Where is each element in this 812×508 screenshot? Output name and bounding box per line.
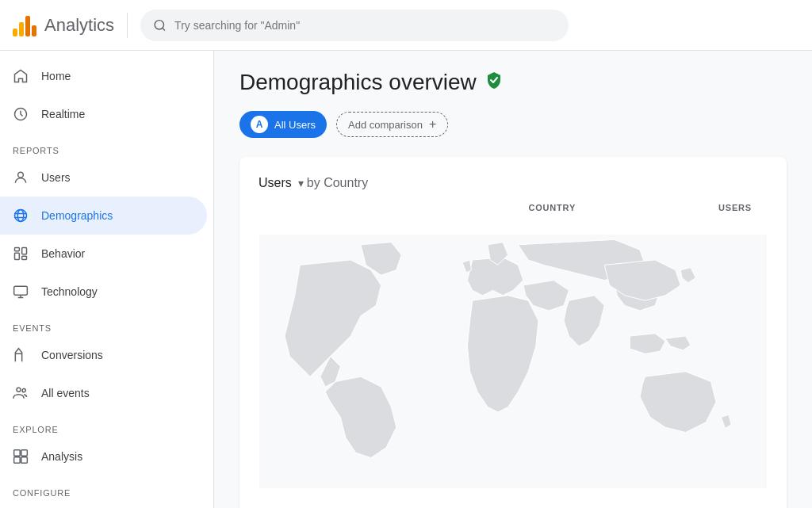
app-container: Analytics Home Realtime: [0, 0, 812, 508]
svg-rect-20: [21, 457, 28, 464]
logo-bar-3: [25, 16, 30, 36]
sidebar-item-all-events-label: All events: [41, 387, 90, 399]
sidebar-item-demographics-label: Demographics: [41, 209, 113, 222]
world-map-svg: [259, 235, 768, 488]
sidebar-item-technology-label: Technology: [41, 285, 98, 298]
all-users-filter[interactable]: A All Users: [239, 111, 327, 138]
svg-rect-11: [22, 256, 27, 259]
sidebar-item-all-events[interactable]: All events: [0, 374, 207, 412]
events-section-label: EVENTS: [0, 311, 213, 336]
svg-rect-12: [14, 286, 28, 295]
sidebar-item-demographics[interactable]: Demographics: [0, 197, 207, 235]
map-card-header: Users ▾ by Country: [259, 176, 768, 190]
svg-rect-19: [14, 457, 21, 464]
users-dropdown-label: Users: [259, 176, 292, 190]
app-title: Analytics: [44, 15, 114, 36]
sidebar-item-audiences[interactable]: Audiences: [0, 501, 207, 508]
home-icon: [13, 68, 29, 84]
behavior-icon: [13, 246, 29, 262]
svg-point-16: [22, 389, 25, 392]
sidebar-item-behavior-label: Behavior: [41, 247, 85, 260]
add-comparison-label: Add comparison: [348, 119, 423, 131]
map-card: Users ▾ by Country COUNTRY USERS: [239, 157, 787, 508]
svg-point-15: [17, 388, 21, 392]
technology-icon: [13, 284, 29, 300]
view-countries-row: View countries →: [259, 504, 768, 508]
dropdown-arrow-icon: ▾: [298, 177, 304, 189]
page-title: Demographics overview: [239, 70, 477, 95]
sidebar-item-conversions-label: Conversions: [41, 349, 103, 361]
sidebar-item-realtime[interactable]: Realtime: [0, 95, 207, 133]
sidebar-item-behavior[interactable]: Behavior: [0, 235, 207, 273]
sidebar-item-home-label: Home: [41, 70, 71, 82]
conversions-icon: [13, 347, 29, 363]
sidebar-item-analysis[interactable]: Analysis: [0, 437, 207, 476]
page-header: Demographics overview: [239, 70, 787, 95]
search-bar[interactable]: [140, 10, 569, 41]
svg-point-3: [18, 172, 24, 178]
add-comparison-filter[interactable]: Add comparison +: [336, 112, 448, 137]
topbar: Analytics: [0, 0, 812, 51]
sidebar: Home Realtime REPORTS Users Demograph: [0, 51, 214, 508]
main-area: Home Realtime REPORTS Users Demograph: [0, 51, 812, 508]
logo: Analytics: [13, 14, 114, 36]
sidebar-item-users[interactable]: Users: [0, 159, 207, 197]
explore-section-label: EXPLORE: [0, 412, 213, 437]
svg-line-1: [163, 28, 165, 30]
svg-point-0: [155, 20, 163, 29]
filters-row: A All Users Add comparison +: [239, 111, 787, 138]
sidebar-item-home[interactable]: Home: [0, 57, 207, 95]
logo-bar-4: [32, 25, 36, 36]
configure-section-label: CONFIGURE: [0, 476, 213, 501]
users-dropdown[interactable]: Users ▾: [259, 176, 304, 190]
svg-point-5: [17, 210, 24, 222]
search-input[interactable]: [174, 19, 556, 32]
svg-rect-10: [22, 248, 27, 254]
sidebar-item-conversions[interactable]: Conversions: [0, 336, 207, 374]
user-icon: [13, 170, 29, 185]
content-area: Demographics overview A All Users Add co…: [214, 51, 812, 508]
world-map-area: [259, 219, 768, 504]
analysis-icon: [13, 449, 29, 464]
topbar-divider: [127, 13, 128, 38]
globe-icon: [13, 208, 29, 223]
svg-rect-17: [14, 450, 21, 456]
reports-section-label: REPORTS: [0, 133, 213, 159]
filter-avatar: A: [251, 116, 268, 133]
add-comparison-icon: +: [429, 117, 436, 132]
all-users-label: All Users: [274, 119, 316, 131]
logo-bar-1: [13, 29, 17, 36]
logo-bar-2: [19, 22, 24, 36]
sidebar-item-analysis-label: Analysis: [41, 450, 82, 463]
search-icon: [153, 18, 167, 32]
shield-icon: [485, 71, 504, 94]
sidebar-item-users-label: Users: [41, 171, 71, 184]
svg-rect-18: [21, 450, 28, 456]
col-users-header: USERS: [718, 203, 752, 212]
col-country-header: COUNTRY: [529, 203, 576, 212]
sidebar-item-technology[interactable]: Technology: [0, 273, 207, 311]
svg-rect-8: [15, 248, 20, 251]
clock-icon: [13, 106, 29, 122]
all-events-icon: [13, 385, 29, 401]
logo-icon: [13, 14, 36, 36]
svg-rect-9: [15, 253, 20, 259]
by-country-label: by Country: [307, 176, 368, 190]
svg-point-4: [15, 210, 27, 222]
sidebar-item-realtime-label: Realtime: [41, 108, 85, 120]
